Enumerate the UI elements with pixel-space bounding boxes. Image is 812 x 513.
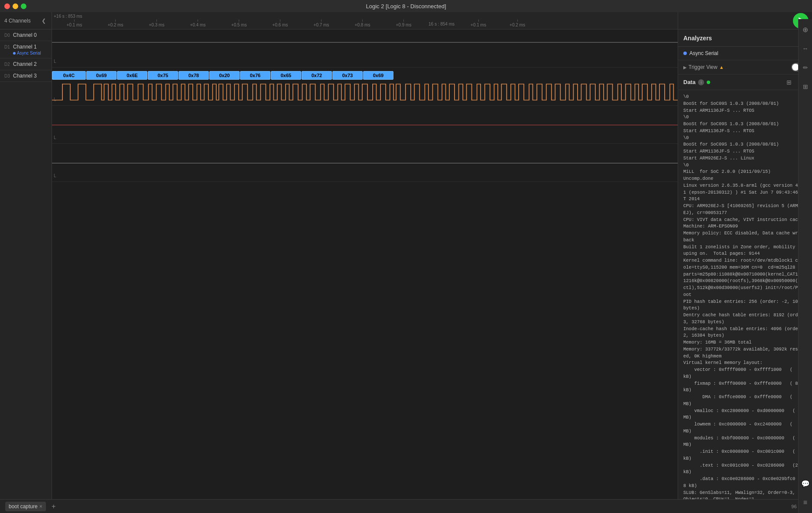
data-text: \0 BooSt for SoC09S 1.0.3 (2008/08/01) S…	[683, 94, 807, 499]
boot-capture-tab-label: boot capture	[9, 503, 38, 510]
channel-1-l-marker: L	[54, 97, 56, 102]
grid-tool-icon[interactable]: ⊞	[799, 80, 812, 94]
decode-box-20[interactable]: 0x20	[209, 71, 240, 80]
channel-3-flat-line	[52, 163, 678, 163]
decode-box-78[interactable]: 0x78	[179, 71, 209, 80]
ruler-tick-0.9ms: +0.9 ms	[383, 19, 424, 27]
boot-capture-tab-close[interactable]: ×	[39, 503, 42, 510]
channels-sidebar: 4 Channels ❮ D0 Channel 0 D1 Channel 1 A…	[0, 12, 52, 499]
decode-box-72[interactable]: 0x72	[302, 71, 332, 80]
ruler-tick-0.3ms: +0.3 ms	[136, 19, 177, 27]
channel-3-waveform-row: L	[52, 144, 678, 182]
trigger-view-label: ▶ Trigger View ▲	[683, 64, 724, 70]
channel-name-3: Channel 3	[13, 73, 37, 79]
data-content[interactable]: \0 BooSt for SoC09S 1.0.3 (2008/08/01) S…	[678, 90, 812, 499]
main-layout: 4 Channels ❮ D0 Channel 0 D1 Channel 1 A…	[0, 12, 812, 499]
decode-box-4C[interactable]: 0x4C	[52, 71, 86, 80]
channel-item-2[interactable]: D2 Channel 2	[0, 58, 52, 70]
data-title: Data	[683, 79, 695, 85]
channel-3-l-marker: L	[54, 173, 56, 178]
decode-box-73[interactable]: 0x73	[332, 71, 363, 80]
data-panel-header: Data i ⊞ ⬜	[678, 75, 812, 90]
channel-0-l-marker: L	[54, 59, 56, 64]
trigger-view-text: Trigger View	[689, 64, 718, 70]
trigger-chevron-icon: ▶	[683, 65, 687, 70]
channel-id-0: D0	[4, 33, 11, 38]
channel-2-waveform-row: L	[52, 106, 678, 144]
channel-item-3[interactable]: D3 Channel 3	[0, 70, 52, 82]
async-serial-analyzer[interactable]: Async Serial	[678, 47, 812, 60]
channel-sub-dot-1	[13, 52, 16, 55]
comment-tool-icon[interactable]: 💬	[799, 477, 812, 490]
cursor-tool-icon[interactable]: ⊕	[799, 23, 812, 36]
titlebar: Logic 2 [Logic 8 - Disconnected]	[0, 0, 812, 12]
data-grid-view-button[interactable]: ⊞	[784, 78, 794, 87]
ruler-tick-0.8ms: +0.8 ms	[342, 19, 383, 27]
channel-sub-label-1: Async Serial	[4, 51, 47, 55]
channel-id-1: D1	[4, 45, 11, 49]
ruler-tick-0.1ms: +0.1 ms	[54, 19, 95, 27]
channel-2-flat-line	[52, 125, 678, 125]
channel-id-3: D3	[4, 74, 11, 78]
waveform-area: +16 s : 853 ms +0.1 ms +0.2 ms +0.3 ms	[52, 12, 678, 499]
boot-capture-tab[interactable]: boot capture ×	[5, 502, 46, 511]
right-panel: Analyzers + Async Serial ▶ Trigger View …	[678, 12, 812, 499]
channel-name-0: Channel 0	[13, 32, 37, 38]
traffic-lights	[4, 3, 26, 9]
data-title-row: Data i	[683, 79, 710, 85]
channel-item-0[interactable]: D0 Channel 0	[0, 29, 52, 41]
ruler-main-label-left: +16 s : 853 ms	[54, 14, 82, 19]
channel-1-waveform-row: 0x4C 0x69 0x6E 0x75 0x78 0x20 0x76 0x65 …	[52, 68, 678, 106]
channel-2-l-marker: L	[54, 135, 56, 140]
channels-header: 4 Channels ❮	[0, 12, 52, 29]
ruler-tick-0.5ms: +0.5 ms	[218, 19, 260, 27]
maximize-button[interactable]	[21, 3, 26, 9]
decode-box-75[interactable]: 0x75	[148, 71, 178, 80]
channel-1-signal	[52, 81, 678, 106]
decode-box-76[interactable]: 0x76	[240, 71, 270, 80]
ruler-tick-right-0.1ms: +0.1 ms	[459, 19, 498, 27]
ruler-tick-0.6ms: +0.6 ms	[260, 19, 301, 27]
data-info-icon[interactable]: i	[698, 79, 704, 85]
decode-box-65[interactable]: 0x65	[271, 71, 301, 80]
status-bar: boot capture × + 96 µs ↑	[0, 499, 812, 513]
ruler-main-label-right: 16 s : 854 ms	[429, 22, 455, 26]
ruler-tick-0.2ms: +0.2 ms	[95, 19, 136, 27]
status-tabs: boot capture × +	[5, 502, 58, 511]
channel-1-decode-row: 0x4C 0x69 0x6E 0x75 0x78 0x20 0x76 0x65 …	[52, 71, 678, 80]
analyzer-color-dot	[683, 52, 687, 55]
channel-name-1: Channel 1	[13, 44, 37, 50]
trigger-warning-icon: ▲	[719, 65, 724, 70]
add-tab-button[interactable]: +	[49, 502, 58, 511]
list-tool-icon[interactable]: ≡	[799, 496, 812, 499]
collapse-sidebar-icon[interactable]: ❮	[40, 17, 47, 24]
analyzers-header: Analyzers +	[678, 29, 812, 47]
decode-box-69b[interactable]: 0x69	[363, 71, 393, 80]
analyzer-name-label: Async Serial	[689, 50, 801, 56]
channel-name-2: Channel 2	[13, 61, 37, 67]
right-vertical-toolbar: ⊕ ↔ ✏ ⊞ 💬 ≡	[798, 19, 812, 499]
trigger-view-row: ▶ Trigger View ▲	[678, 60, 812, 75]
pencil-tool-icon[interactable]: ✏	[799, 61, 812, 75]
timeline-ruler: +16 s : 853 ms +0.1 ms +0.2 ms +0.3 ms	[52, 12, 678, 29]
data-status-dot	[707, 81, 710, 84]
decode-box-69[interactable]: 0x69	[86, 71, 117, 80]
channel-item-1[interactable]: D1 Channel 1 Async Serial	[0, 41, 52, 58]
ruler-tick-0.7ms: +0.7 ms	[301, 19, 342, 27]
close-button[interactable]	[4, 3, 10, 9]
analyzers-title: Analyzers	[683, 35, 712, 42]
channels-count-label: 4 Channels	[4, 18, 31, 24]
channel-0-signal	[52, 29, 678, 67]
waveform-rows: L 0x4C 0x69 0x6E 0x75 0x78 0x20 0x76 0x6…	[52, 29, 678, 499]
measure-tool-icon[interactable]: ↔	[799, 42, 812, 55]
minimize-button[interactable]	[13, 3, 18, 9]
channel-id-2: D2	[4, 62, 11, 67]
ruler-tick-0.4ms: +0.4 ms	[177, 19, 218, 27]
channel-0-waveform-row: L	[52, 29, 678, 68]
window-title: Logic 2 [Logic 8 - Disconnected]	[366, 3, 446, 10]
ruler-tick-right-0.2ms: +0.2 ms	[498, 19, 537, 27]
decode-box-6E[interactable]: 0x6E	[117, 71, 147, 80]
